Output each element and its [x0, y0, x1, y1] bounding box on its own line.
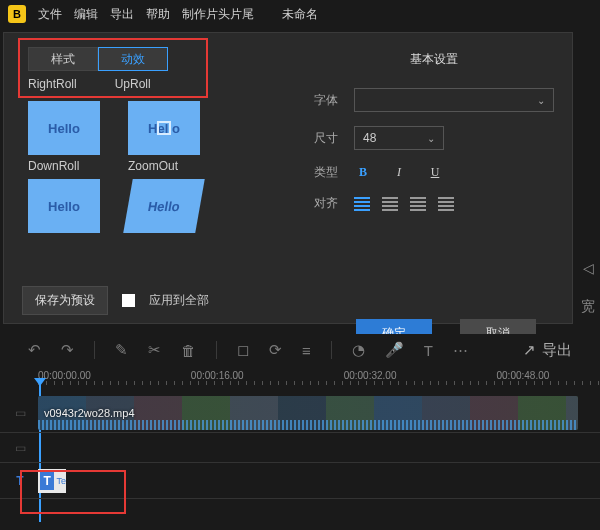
- effect-name-downroll: DownRoll: [28, 159, 100, 173]
- align-center-icon[interactable]: [382, 197, 398, 211]
- text-tool-icon[interactable]: T: [424, 342, 433, 359]
- effect-card-3[interactable]: Hello: [28, 179, 100, 233]
- italic-icon[interactable]: I: [390, 165, 408, 180]
- size-value: 48: [363, 131, 376, 145]
- time-ruler[interactable]: 00:00:00.00 00:00:16.00 00:00:32.00 00:0…: [0, 370, 600, 381]
- annotation-box-tabs: [18, 38, 208, 98]
- menu-file[interactable]: 文件: [38, 6, 62, 23]
- app-logo: B: [8, 5, 26, 23]
- font-select[interactable]: ⌄: [354, 88, 554, 112]
- align-justify-icon[interactable]: [438, 197, 454, 211]
- effects-grid: RightRoll UpRoll Hello DownRoll Hello Zo…: [28, 77, 238, 297]
- audio-track: ▭: [0, 433, 600, 463]
- ruler-tick: 00:00:32.00: [344, 370, 397, 381]
- effect-card-downroll[interactable]: Hello: [28, 101, 100, 155]
- edit-icon[interactable]: ✎: [115, 341, 128, 359]
- project-title: 未命名: [282, 6, 318, 23]
- crop-icon[interactable]: ◻: [237, 341, 249, 359]
- font-label: 字体: [314, 92, 354, 109]
- align-label: 对齐: [314, 195, 354, 212]
- chevron-down-icon: ⌄: [427, 133, 435, 144]
- video-clip[interactable]: v0943r2wo28.mp4: [38, 396, 578, 430]
- export-icon: ↗: [523, 341, 536, 359]
- redo-icon[interactable]: ↷: [61, 341, 74, 359]
- trash-icon[interactable]: 🗑: [181, 342, 196, 359]
- annotation-box-clip: [20, 470, 126, 514]
- effect-card-4[interactable]: Hello: [123, 179, 205, 233]
- mic-icon[interactable]: 🎤: [385, 341, 404, 359]
- settings-column: 基本设置 字体 ⌄ 尺寸 48 ⌄ 类型 B I U 对齐: [314, 51, 554, 226]
- ruler-tick: 00:00:00.00: [38, 370, 91, 381]
- timeline-toolbar: ↶ ↷ ✎ ✂ 🗑 ◻ ⟳ ≡ ◔ 🎤 T ⋯ ↗ 导出: [0, 334, 600, 366]
- type-label: 类型: [314, 164, 354, 181]
- ruler-tick: 00:00:48.00: [496, 370, 549, 381]
- track-gutter-icon[interactable]: ▭: [8, 393, 32, 432]
- adjust-icon[interactable]: ≡: [302, 342, 311, 359]
- clock-icon[interactable]: ◔: [352, 341, 365, 359]
- clip-filename: v0943r2wo28.mp4: [44, 407, 135, 419]
- video-track: ▭ v0943r2wo28.mp4: [0, 393, 600, 433]
- right-sidebar: ◁ 宽: [578, 260, 598, 316]
- menu-export[interactable]: 导出: [110, 6, 134, 23]
- width-label: 宽: [581, 298, 595, 316]
- play-icon[interactable]: ◁: [583, 260, 594, 276]
- export-label: 导出: [542, 341, 572, 360]
- chevron-down-icon: ⌄: [537, 95, 545, 106]
- underline-icon[interactable]: U: [426, 165, 444, 180]
- apply-all-checkbox[interactable]: [122, 294, 135, 307]
- effect-name-zoomout: ZoomOut: [128, 159, 200, 173]
- export-button[interactable]: ↗ 导出: [523, 341, 572, 360]
- menu-help[interactable]: 帮助: [146, 6, 170, 23]
- align-right-icon[interactable]: [410, 197, 426, 211]
- top-menu-bar: B 文件 编辑 导出 帮助 制作片头片尾 未命名: [0, 0, 600, 28]
- scissors-icon[interactable]: ✂: [148, 341, 161, 359]
- size-select[interactable]: 48 ⌄: [354, 126, 444, 150]
- size-label: 尺寸: [314, 130, 354, 147]
- save-preset-button[interactable]: 保存为预设: [22, 286, 108, 315]
- rotate-icon[interactable]: ⟳: [269, 341, 282, 359]
- bold-icon[interactable]: B: [354, 165, 372, 180]
- apply-all-label: 应用到全部: [149, 292, 209, 309]
- ruler-tick: 00:00:16.00: [191, 370, 244, 381]
- misc-icon[interactable]: ⋯: [453, 341, 468, 359]
- track-gutter-icon[interactable]: ▭: [8, 433, 32, 462]
- menu-titles[interactable]: 制作片头片尾: [182, 6, 254, 23]
- effect-card-zoomout[interactable]: Hello: [128, 101, 200, 155]
- timeline-area: ↶ ↷ ✎ ✂ 🗑 ◻ ⟳ ≡ ◔ 🎤 T ⋯ ↗ 导出 00:00:00.00…: [0, 334, 600, 530]
- undo-icon[interactable]: ↶: [28, 341, 41, 359]
- panel-bottom-controls: 保存为预设 应用到全部: [22, 286, 209, 315]
- settings-heading: 基本设置: [314, 51, 554, 68]
- align-left-icon[interactable]: [354, 197, 370, 211]
- menu-edit[interactable]: 编辑: [74, 6, 98, 23]
